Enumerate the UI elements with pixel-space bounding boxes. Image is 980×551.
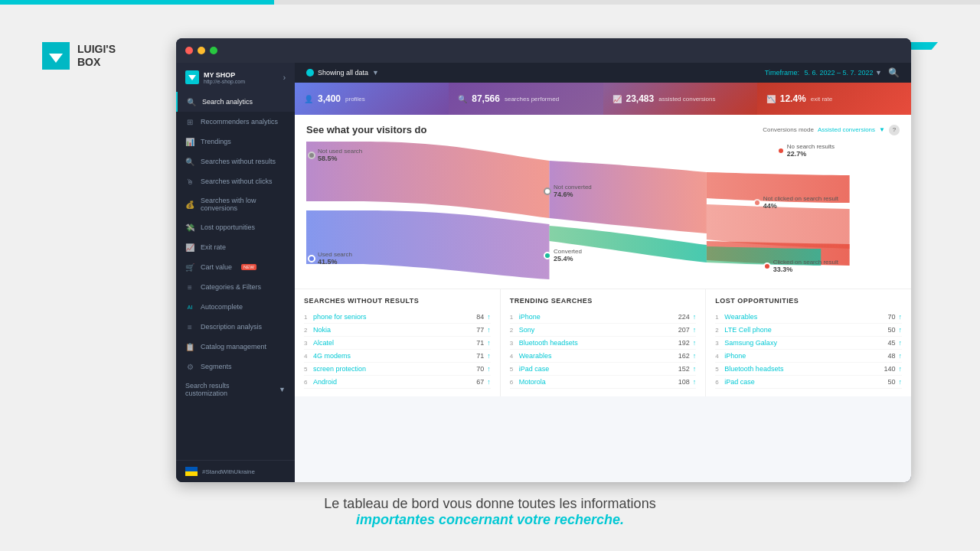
- row-name[interactable]: Bluetooth headsets: [519, 339, 678, 347]
- table-row[interactable]: 4 4G modems 71 ↑: [304, 350, 491, 363]
- converted-label: Converted 25.4%: [544, 248, 582, 262]
- help-icon[interactable]: ?: [889, 125, 900, 135]
- search-icon[interactable]: 🔍: [888, 67, 900, 78]
- row-trend-icon: ↑: [487, 352, 491, 360]
- row-trend-icon: ↑: [693, 365, 697, 373]
- sidebar-item-recommenders[interactable]: ⊞ Recommenders analytics: [176, 112, 295, 132]
- sidebar-item-lost-opportunities[interactable]: 💸 Lost opportunities: [176, 217, 295, 237]
- table-row[interactable]: 2 Nokia 77 ↑: [304, 324, 491, 337]
- row-number: 2: [304, 327, 313, 334]
- sidebar-item-autocomplete[interactable]: AI Autocomplete: [176, 297, 295, 317]
- chart-title: See what your visitors do: [306, 124, 427, 135]
- sidebar-item-cart-value[interactable]: 🛒 Cart value NEW: [176, 257, 295, 277]
- sidebar-item-catalog[interactable]: 📋 Catalog management: [176, 337, 295, 357]
- table-row[interactable]: 3 Bluetooth headsets 192 ↑: [510, 337, 697, 350]
- row-number: 1: [715, 314, 724, 321]
- table-row[interactable]: 2 LTE Cell phone 50 ↑: [715, 324, 902, 337]
- row-name[interactable]: iPad case: [724, 378, 887, 386]
- table-row[interactable]: 4 Wearables 162 ↑: [510, 350, 697, 363]
- timeframe-value: 5. 6. 2022 – 5. 7. 2022: [804, 69, 873, 77]
- maximize-dot[interactable]: [210, 47, 217, 54]
- row-name[interactable]: Alcatel: [313, 339, 476, 347]
- sidebar-label-lost-opportunities: Lost opportunities: [201, 223, 255, 231]
- sidebar-item-search-analytics[interactable]: 🔍 Search analytics: [176, 92, 295, 112]
- row-name[interactable]: Wearables: [519, 352, 678, 360]
- row-number: 1: [510, 314, 519, 321]
- row-number: 1: [304, 314, 313, 321]
- showing-label: Showing all data: [318, 69, 368, 77]
- conversion-mode-value[interactable]: Assisted conversions: [818, 126, 875, 133]
- row-name[interactable]: Samsung Galaxy: [724, 339, 887, 347]
- sidebar-item-without-results[interactable]: 🔍 Searches without results: [176, 152, 295, 171]
- row-value: 45: [888, 339, 896, 347]
- table-row[interactable]: 3 Samsung Galaxy 45 ↑: [715, 337, 902, 350]
- table-row[interactable]: 1 Wearables 70 ↑: [715, 311, 902, 324]
- sidebar-item-categories[interactable]: ≡ Categories & Filters: [176, 277, 295, 297]
- row-number: 5: [510, 366, 519, 373]
- row-name[interactable]: LTE Cell phone: [724, 326, 887, 334]
- minimize-dot[interactable]: [198, 47, 205, 54]
- top-nav: Showing all data ▼ Timeframe: 5. 6. 2022…: [295, 63, 911, 83]
- browser-window: MY SHOP http://e-shop.com › 🔍 Search ana…: [176, 38, 911, 482]
- row-name[interactable]: Nokia: [313, 326, 476, 334]
- table-row[interactable]: 6 iPad case 50 ↑: [715, 376, 902, 389]
- table-row[interactable]: 5 Bluetooth headsets 140 ↑: [715, 363, 902, 376]
- table-row[interactable]: 4 iPhone 48 ↑: [715, 350, 902, 363]
- row-value: 162: [678, 352, 690, 360]
- showing-all-data[interactable]: Showing all data ▼: [306, 69, 379, 77]
- row-name[interactable]: 4G modems: [313, 352, 476, 360]
- stats-bar: 👤 3,400 profiles 🔍 87,566 searches perfo…: [295, 83, 911, 115]
- shop-icon: [185, 70, 199, 84]
- timeframe-label: Timeframe: 5. 6. 2022 – 5. 7. 2022 ▼: [765, 69, 882, 77]
- row-value: 71: [476, 339, 484, 347]
- low-conversions-icon: 💰: [185, 200, 194, 209]
- row-name[interactable]: Sony: [519, 326, 678, 334]
- row-name[interactable]: Android: [313, 378, 476, 386]
- row-name[interactable]: iPhone: [519, 313, 678, 321]
- row-name[interactable]: Wearables: [724, 313, 887, 321]
- sankey-chart: Not used search 58.5% Used search 41.5%: [306, 142, 900, 279]
- sidebar-item-without-clicks[interactable]: 🖱 Searches without clicks: [176, 171, 295, 191]
- row-name[interactable]: phone for seniors: [313, 313, 476, 321]
- searches-label: searches performed: [505, 96, 559, 103]
- used-search-label: Used search 41.5%: [308, 251, 352, 266]
- conversions-number: 23,483: [626, 93, 655, 104]
- ts-table: 1 iPhone 224 ↑ 2 Sony 207 ↑ 3 Bluetooth …: [510, 311, 697, 389]
- row-name[interactable]: iPad case: [519, 365, 678, 373]
- row-name[interactable]: Bluetooth headsets: [724, 365, 884, 373]
- row-number: 5: [304, 366, 313, 373]
- sidebar-item-low-conversions[interactable]: 💰 Searches with low conversions: [176, 191, 295, 217]
- close-dot[interactable]: [185, 47, 193, 54]
- table-row[interactable]: 1 iPhone 224 ↑: [510, 311, 697, 324]
- sidebar-label-cart-value: Cart value: [201, 263, 232, 271]
- profiles-label: profiles: [345, 96, 365, 103]
- row-trend-icon: ↑: [487, 313, 491, 321]
- row-name[interactable]: Motorola: [519, 378, 678, 386]
- row-trend-icon: ↑: [693, 339, 697, 347]
- shop-header[interactable]: MY SHOP http://e-shop.com ›: [176, 63, 295, 92]
- row-number: 4: [715, 353, 724, 360]
- row-name[interactable]: iPhone: [724, 352, 887, 360]
- sidebar-item-exit-rate[interactable]: 📈 Exit rate: [176, 237, 295, 257]
- profiles-number: 3,400: [318, 93, 341, 104]
- row-value: 50: [888, 378, 896, 386]
- table-row[interactable]: 6 Android 67 ↑: [304, 376, 491, 389]
- sidebar-item-segments[interactable]: ⚙ Segments: [176, 357, 295, 377]
- searches-without-results-title: SEARCHES WITHOUT RESULTS: [304, 297, 491, 305]
- sidebar-label-without-results: Searches without results: [201, 158, 276, 165]
- sidebar-item-customization[interactable]: Search results customization ▼: [176, 377, 295, 403]
- table-row[interactable]: 6 Motorola 108 ↑: [510, 376, 697, 389]
- table-row[interactable]: 1 phone for seniors 84 ↑: [304, 311, 491, 324]
- sidebar-item-trendings[interactable]: 📊 Trendings: [176, 132, 295, 152]
- shop-dropdown-icon[interactable]: ›: [283, 73, 286, 82]
- table-row[interactable]: 3 Alcatel 71 ↑: [304, 337, 491, 350]
- sidebar-label-low-conversions: Searches with low conversions: [201, 197, 286, 212]
- sidebar-item-description[interactable]: ≡ Description analysis: [176, 317, 295, 337]
- table-row[interactable]: 5 screen protection 70 ↑: [304, 363, 491, 376]
- sidebar-label-description: Description analysis: [201, 323, 262, 331]
- table-row[interactable]: 2 Sony 207 ↑: [510, 324, 697, 337]
- exit-rate-number: 12.4%: [780, 93, 806, 104]
- table-row[interactable]: 5 iPad case 152 ↑: [510, 363, 697, 376]
- row-name[interactable]: screen protection: [313, 365, 476, 373]
- bottom-highlight-text: importantes concernant votre recherche.: [0, 512, 980, 528]
